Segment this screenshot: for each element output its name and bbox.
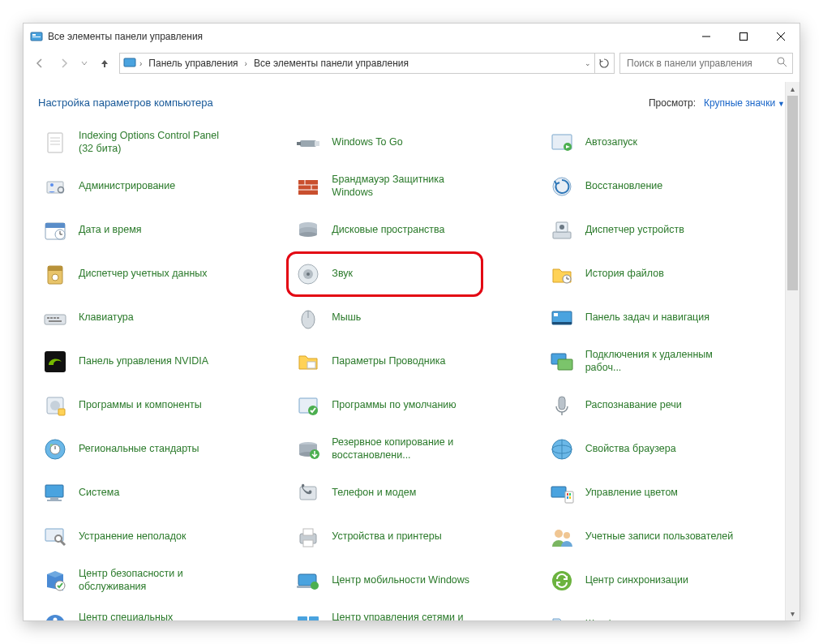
recent-dropdown[interactable] [79, 54, 90, 73]
cp-item-troubleshoot[interactable]: Устранение неполадок [41, 521, 278, 553]
backup-icon [294, 436, 322, 463]
cp-item-autoplay[interactable]: Автозапуск [548, 127, 785, 159]
svg-rect-50 [45, 315, 66, 324]
system-icon [41, 479, 69, 507]
chevron-down-icon[interactable]: ⌄ [585, 59, 591, 67]
cp-item-label: Центр управления сетями и общим доступом [332, 612, 482, 620]
svg-rect-67 [58, 409, 65, 415]
view-by-dropdown[interactable]: Крупные значки▼ [704, 97, 785, 109]
cp-item-programs[interactable]: Программы и компоненты [41, 389, 278, 422]
cp-item-label: Звук [332, 268, 353, 281]
svg-rect-107 [309, 616, 319, 620]
cp-item-label: Панель управления NVIDIA [79, 355, 208, 368]
cp-item-fonts[interactable]: AШрифты [548, 608, 785, 620]
chevron-right-icon[interactable]: › [245, 59, 247, 68]
devmgr-icon [548, 217, 576, 244]
cp-item-mobility[interactable]: Центр мобильности Windows [294, 565, 531, 597]
svg-rect-89 [569, 493, 571, 496]
cp-item-datetime[interactable]: Дата и время [41, 214, 278, 247]
usb-icon [294, 129, 322, 157]
network-icon [294, 611, 322, 620]
chevron-right-icon[interactable]: › [139, 59, 142, 68]
mouse-icon [294, 304, 322, 332]
search-input[interactable] [625, 57, 772, 70]
cp-item-label: Телефон и модем [332, 487, 416, 500]
cp-item-sound[interactable]: Звук [294, 258, 531, 290]
cp-item-storage[interactable]: Дисковые пространства [294, 214, 531, 247]
svg-rect-15 [315, 141, 319, 146]
cp-item-document[interactable]: Indexing Options Control Panel (32 бита) [41, 127, 278, 159]
svg-rect-90 [567, 496, 568, 499]
cp-item-security[interactable]: Центр безопасности и обслуживания [41, 565, 278, 597]
cp-item-ease[interactable]: Центр специальных возможностей [41, 608, 278, 620]
cp-item-credmgr[interactable]: Диспетчер учетных данных [41, 258, 278, 290]
cp-item-label: Распознавание речи [585, 399, 682, 412]
maximize-button[interactable] [725, 24, 762, 49]
cp-item-region[interactable]: Региональные стандарты [41, 433, 278, 466]
breadcrumb-root[interactable]: Панель управления [145, 56, 241, 71]
cp-item-users[interactable]: Учетные записи пользователей [548, 521, 785, 553]
cp-item-color[interactable]: Управление цветом [548, 477, 785, 509]
phone-icon [294, 479, 322, 507]
cp-item-keyboard[interactable]: Клавиатура [41, 302, 278, 334]
cp-item-label: Клавиатура [79, 311, 134, 324]
ease-icon [41, 611, 69, 620]
svg-point-43 [52, 274, 58, 281]
close-button[interactable] [762, 24, 799, 49]
svg-rect-4 [740, 33, 748, 41]
cp-item-mouse[interactable]: Мышь [294, 302, 531, 334]
svg-rect-64 [558, 359, 572, 370]
cp-item-sync[interactable]: Центр синхронизации [548, 565, 785, 597]
scroll-up-button[interactable]: ▴ [786, 82, 799, 96]
svg-point-46 [306, 273, 310, 276]
forward-button[interactable] [54, 54, 74, 73]
svg-point-40 [559, 225, 564, 230]
minimize-button[interactable] [688, 24, 725, 49]
control-panel-icon [30, 30, 43, 43]
svg-rect-14 [300, 140, 316, 147]
up-button[interactable] [95, 54, 114, 73]
breadcrumb-current[interactable]: Все элементы панели управления [251, 56, 412, 71]
cp-item-printers[interactable]: Устройства и принтеры [294, 521, 531, 553]
defprog-icon [294, 392, 322, 419]
svg-rect-83 [50, 497, 58, 500]
svg-point-20 [50, 183, 54, 187]
cp-item-recovery[interactable]: Восстановление [548, 170, 785, 203]
cp-item-devmgr[interactable]: Диспетчер устройств [548, 214, 785, 247]
content-area: Настройка параметров компьютера Просмотр… [24, 82, 799, 620]
refresh-button[interactable] [594, 53, 615, 74]
scroll-thumb[interactable] [787, 96, 798, 290]
cp-item-taskbar[interactable]: Панель задач и навигация [548, 302, 785, 334]
scrollbar[interactable]: ▴ ▾ [785, 82, 799, 620]
cp-item-inetopt[interactable]: Свойства браузера [548, 433, 785, 466]
search-icon [777, 57, 787, 70]
datetime-icon [41, 217, 69, 244]
cp-item-speech[interactable]: Распознавание речи [548, 389, 785, 422]
titlebar: Все элементы панели управления [24, 24, 799, 49]
cp-item-phone[interactable]: Телефон и модем [294, 477, 531, 509]
cp-item-backup[interactable]: Резервное копирование и восстановлени... [294, 433, 531, 466]
cp-item-system[interactable]: Система [41, 477, 278, 509]
cp-item-label: Дата и время [79, 224, 142, 237]
cp-item-nvidia[interactable]: Панель управления NVIDIA [41, 346, 278, 378]
search-box[interactable] [619, 53, 793, 74]
cp-item-filehist[interactable]: История файлов [548, 258, 785, 290]
svg-point-102 [311, 582, 319, 590]
cp-item-usb[interactable]: Windows To Go [294, 127, 531, 159]
cp-item-network[interactable]: Центр управления сетями и общим доступом [294, 608, 531, 620]
svg-point-97 [555, 530, 563, 538]
cp-item-remote[interactable]: Подключения к удаленным рабоч... [548, 346, 785, 378]
cp-item-label: Брандмауэр Защитника Windows [332, 174, 482, 199]
cp-item-admin[interactable]: Администрирование [41, 170, 278, 203]
color-icon [548, 479, 576, 507]
cp-item-explorer[interactable]: Параметры Проводника [294, 346, 531, 378]
cp-item-defprog[interactable]: Программы по умолчанию [294, 389, 531, 422]
sync-icon [548, 567, 576, 595]
scroll-down-button[interactable]: ▾ [786, 607, 799, 620]
region-icon [41, 436, 69, 463]
back-button[interactable] [30, 54, 49, 73]
cp-item-label: Устранение неполадок [79, 530, 186, 543]
cp-item-label: Параметры Проводника [332, 355, 445, 368]
cp-item-firewall[interactable]: Брандмауэр Защитника Windows [294, 170, 531, 203]
address-bar[interactable]: › Панель управления › Все элементы панел… [119, 53, 595, 74]
